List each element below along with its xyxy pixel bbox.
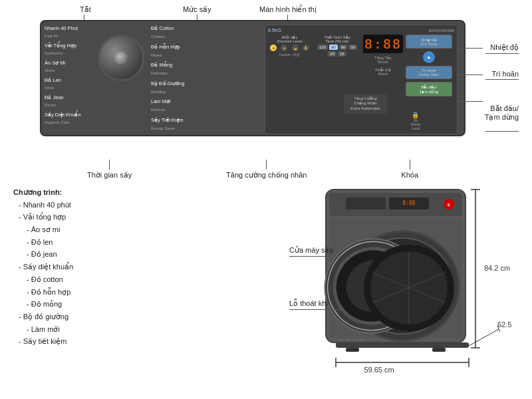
temp-button[interactable]: Nhiệt ĐộDry Temp <box>406 35 452 49</box>
dryer-diagram: 8:88 E 84.2 cm 59.65 cm <box>286 166 512 386</box>
prog-4: - Đồ len <box>13 236 160 249</box>
svg-rect-25 <box>336 342 469 348</box>
control-panel: Nhanh 40 PhútFast 40 Vải Tổng HợpSynthet… <box>40 20 466 136</box>
dryness-section: Mức sấyDryness Level ☀ ☀ ☁ 🌢 Custom / 自定 <box>268 35 311 96</box>
prog-3: - Áo sơ mi <box>13 223 160 236</box>
dial-center <box>114 51 128 65</box>
svg-rect-22 <box>346 339 350 340</box>
prog-11: - Làm mới <box>13 323 160 336</box>
dryness-label: Mức sấyDryness Level <box>268 35 311 43</box>
temp-dial[interactable]: ● <box>423 51 435 63</box>
delay-button[interactable]: Trì HoãnDelay Start <box>406 66 452 79</box>
prog-1: - Nhanh 40 phút <box>13 199 160 211</box>
svg-text:59.65 cm: 59.65 cm <box>364 366 394 374</box>
antiwrinkle-section: Tăng CườngChống NhănExtra Antiwrinkle <box>344 94 387 114</box>
right-controls: Nhiệt ĐộDry Temp ● Trì HoãnDelay Start B… <box>406 35 452 96</box>
svg-text:84.2 cm: 84.2 cm <box>484 264 510 272</box>
callout-cua: Cửa máy sấy <box>289 246 342 257</box>
dryness-icon-4[interactable]: 🌢 <box>303 45 309 51</box>
svg-rect-21 <box>339 339 343 340</box>
time-btn-30[interactable]: 30 <box>348 45 357 50</box>
prog-8: - Đồ hỗn hợp <box>13 286 160 299</box>
prog-7: - Đồ cotton <box>13 273 160 286</box>
line-tri-hoan <box>456 74 483 75</box>
time-section: Thời Gian SấyTime (%) min 120 90 60 30 2… <box>314 35 360 96</box>
dryer-svg: 8:88 E 84.2 cm 59.65 cm <box>286 166 512 386</box>
time-btn-120[interactable]: 120 <box>317 45 328 50</box>
callout-nhiet-do: Nhiệt độ <box>485 43 519 54</box>
svg-text:E: E <box>448 203 450 207</box>
time-btn-90[interactable]: 90 <box>329 45 338 50</box>
digit-display: 8:88 Tăng TốcBoost Nhắt ĐộMoist <box>363 35 403 96</box>
svg-rect-16 <box>346 198 386 209</box>
display-mid: Mức sấyDryness Level ☀ ☀ ☁ 🌢 Custom / 自定… <box>268 35 454 96</box>
prog-5: - Đồ jean <box>13 248 160 261</box>
program-dial[interactable] <box>98 35 144 81</box>
top-section: Tắt Mức sấy Màn hình hiển thị Nhiệt độ T… <box>0 0 532 160</box>
callout-lo: Lỗ thoát khí <box>289 299 342 310</box>
prog-9: - Đồ mỏng <box>13 298 160 311</box>
time-btn-20[interactable]: 20 <box>328 51 336 57</box>
dryness-icon-3[interactable]: ☁ <box>292 45 299 51</box>
right-program-labels: Đồ CottonCottons Đồ Hỗn HợpMixed Đồ Mỏng… <box>151 25 184 133</box>
prog-6: - Sấy diệt khuẩn <box>13 261 160 273</box>
svg-rect-26 <box>346 348 359 352</box>
callout-bat-dau: Bắt đầu/ Tạm dừng <box>482 96 519 148</box>
time-btn-60[interactable]: 60 <box>339 45 348 50</box>
time-buttons: 120 90 60 30 20 15 <box>314 45 360 57</box>
svg-line-36 <box>469 329 499 346</box>
svg-text:8:88: 8:88 <box>402 200 415 206</box>
start-button[interactable]: Bắt đầu/Tạm dừng <box>406 82 452 96</box>
antiwrinkle-label: Tăng CườngChống NhănExtra Antiwrinkle <box>346 96 385 112</box>
callout-tri-hoan: Trì hoãn <box>485 70 519 80</box>
seg-display: 8:88 <box>363 35 403 53</box>
bottom-section: Thời gian sấy Tăng cường chống nhăn Khóa… <box>0 160 532 399</box>
svg-rect-27 <box>432 348 446 352</box>
time-btn-15[interactable]: 15 <box>338 51 346 57</box>
line-nhiet-do <box>456 48 483 49</box>
display-top: 8.5KG EDV854N3SB <box>268 28 454 33</box>
brand-label: 8.5KG <box>268 28 281 33</box>
line-bat-dau <box>456 101 483 102</box>
dryness-icon-1[interactable]: ☀ <box>270 45 277 51</box>
svg-text:62.5 cm: 62.5 cm <box>497 321 512 329</box>
programs-title: Chương trình: <box>13 186 160 199</box>
lock-section: 🔒 2hKhóaLock <box>411 112 420 130</box>
model-label: EDV854N3SB <box>429 29 454 33</box>
programs-description: Chương trình: - Nhanh 40 phút - Vải tổng… <box>13 186 160 348</box>
time-label: Thời Gian SấyTime (%) min <box>314 35 360 43</box>
bcall-thoi-gian: Thời gian sấy <box>87 160 132 180</box>
prog-12: - Sấy tiết kiệm <box>13 335 160 348</box>
svg-rect-23 <box>352 339 356 340</box>
svg-rect-24 <box>359 339 363 340</box>
prog-10: - Bộ đồ giường <box>13 311 160 323</box>
prog-2: - Vải tổng hợp <box>13 211 160 223</box>
display-area: 8.5KG EDV854N3SB Mức sấyDryness Level ☀ … <box>265 25 458 134</box>
dryness-icon-2[interactable]: ☀ <box>281 45 287 51</box>
left-program-labels: Nhanh 40 PhútFast 40 Vải Tổng HợpSynthet… <box>45 25 81 127</box>
dryness-icons: ☀ ☀ ☁ 🌢 <box>268 45 311 51</box>
